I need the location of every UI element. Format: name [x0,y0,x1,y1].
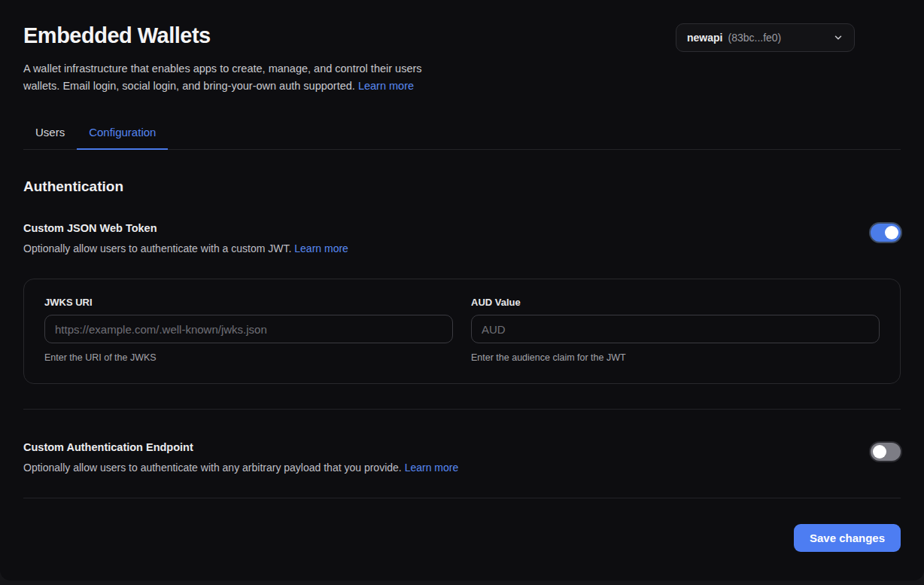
custom-jwt-text: Custom JSON Web Token Optionally allow u… [23,222,348,254]
aud-value-label: AUD Value [471,297,880,308]
page-description-line2: wallets. Email login, social login, and … [23,80,355,92]
custom-auth-endpoint-row: Custom Authentication Endpoint Optionall… [23,441,901,474]
tab-users[interactable]: Users [23,119,77,150]
custom-jwt-row: Custom JSON Web Token Optionally allow u… [23,222,901,254]
project-name: newapi [687,32,722,44]
custom-auth-endpoint-label: Custom Authentication Endpoint [23,441,458,453]
aud-value-input[interactable] [471,315,880,343]
section-heading-authentication: Authentication [23,178,901,195]
custom-jwt-toggle[interactable] [871,224,901,242]
tab-configuration[interactable]: Configuration [77,119,168,150]
custom-jwt-description-text: Optionally allow users to authenticate w… [23,242,291,254]
page-description: A wallet infrastructure that enables app… [23,60,467,95]
jwks-uri-field: JWKS URI Enter the URI of the JWKS [44,297,453,363]
aud-value-helper: Enter the audience claim for the JWT [471,352,880,363]
toggle-knob [873,445,886,459]
jwks-uri-input[interactable] [44,315,453,343]
toggle-knob [885,226,898,239]
custom-auth-endpoint-learn-more-link[interactable]: Learn more [405,462,459,474]
custom-auth-endpoint-description-text: Optionally allow users to authenticate w… [23,462,402,474]
tab-bar: Users Configuration [23,119,901,150]
custom-jwt-description: Optionally allow users to authenticate w… [23,242,348,254]
section-divider [23,409,901,410]
header-learn-more-link[interactable]: Learn more [358,80,414,92]
jwks-uri-helper: Enter the URI of the JWKS [44,352,453,363]
project-id: (83bc...fe0) [728,32,781,44]
page-header: Embedded Wallets A wallet infrastructure… [23,0,901,95]
custom-auth-endpoint-text: Custom Authentication Endpoint Optionall… [23,441,458,474]
footer-actions: Save changes [23,524,901,552]
chevron-down-icon [833,32,843,43]
aud-value-field: AUD Value Enter the audience claim for t… [471,297,880,363]
jwt-config-card: JWKS URI Enter the URI of the JWKS AUD V… [23,279,901,384]
save-changes-button[interactable]: Save changes [794,524,901,552]
jwks-uri-label: JWKS URI [44,297,453,308]
embedded-wallets-panel: Embedded Wallets A wallet infrastructure… [0,0,924,580]
custom-auth-endpoint-toggle[interactable] [871,443,901,461]
custom-jwt-learn-more-link[interactable]: Learn more [294,242,348,254]
page-description-line1: A wallet infrastructure that enables app… [23,62,422,75]
custom-auth-endpoint-description: Optionally allow users to authenticate w… [23,462,458,474]
footer-divider [23,498,901,498]
custom-jwt-label: Custom JSON Web Token [23,222,348,234]
project-selector-dropdown[interactable]: newapi (83bc...fe0) [676,23,855,52]
